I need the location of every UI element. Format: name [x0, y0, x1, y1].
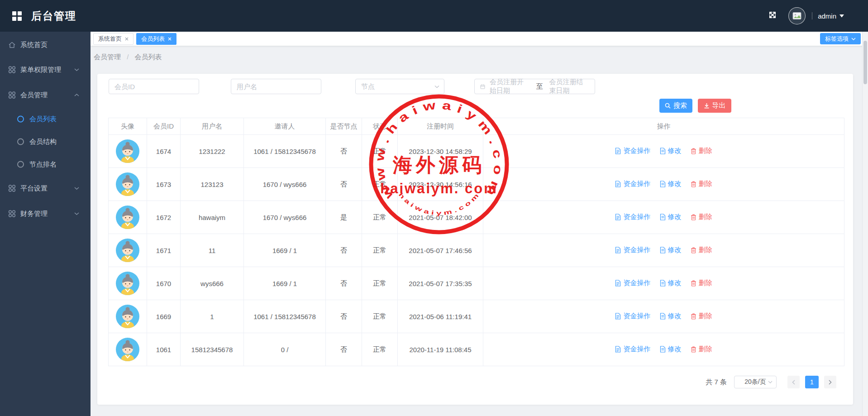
document-icon — [615, 346, 621, 353]
user-menu[interactable]: admin — [818, 12, 844, 20]
funds-action-link[interactable]: 资金操作 — [615, 345, 650, 354]
delete-link[interactable]: 删除 — [691, 312, 712, 320]
col-header-member-id: 会员ID — [147, 118, 181, 135]
tab-options-button[interactable]: 标签选项 — [820, 33, 861, 44]
grid-icon — [8, 185, 16, 192]
funds-action-link[interactable]: 资金操作 — [615, 147, 650, 155]
next-page-button[interactable] — [824, 376, 836, 388]
sidebar-subitem-node-ranking[interactable]: 节点排名 — [0, 154, 91, 174]
document-icon — [615, 247, 621, 253]
avatar-cell — [109, 201, 147, 234]
actions-cell: 资金操作 修改 删除 — [483, 300, 844, 333]
actions-cell: 资金操作 修改 删除 — [483, 333, 844, 366]
document-icon — [660, 247, 666, 253]
inviter-cell: 0 / — [244, 333, 326, 366]
edit-link[interactable]: 修改 — [660, 312, 682, 320]
username-cell: 1 — [181, 300, 244, 333]
calendar-icon — [480, 83, 485, 90]
tab-member-list[interactable]: 会员列表 — [136, 33, 176, 45]
member-table: 头像 会员ID 用户名 邀请人 是否节点 状态 注册时间 操作 — [108, 118, 844, 366]
scrollbar-track[interactable] — [862, 32, 868, 416]
delete-link[interactable]: 删除 — [691, 279, 712, 287]
delete-link[interactable]: 删除 — [691, 180, 712, 188]
date-range-picker[interactable]: 会员注册开始日期 至 会员注册结束日期 — [474, 79, 595, 94]
reg-time-cell: 2023-12-30 14:58:29 — [398, 135, 483, 168]
scrollbar-thumb[interactable] — [863, 41, 867, 84]
sidebar-subitem-member-structure[interactable]: 会员结构 — [0, 132, 91, 152]
user-avatar[interactable] — [788, 7, 806, 24]
tab-close-icon[interactable] — [168, 37, 172, 41]
delete-link[interactable]: 删除 — [691, 213, 712, 221]
trash-icon — [691, 313, 696, 320]
sidebar-item-member-management[interactable]: 会员管理 — [0, 85, 91, 105]
breadcrumb-separator: / — [127, 53, 129, 61]
broken-image-icon — [792, 12, 801, 20]
tab-bar: 系统首页 会员列表 标签选项 — [91, 32, 868, 46]
fullscreen-icon[interactable] — [768, 10, 777, 22]
avatar-cell — [109, 234, 147, 267]
table-row: 1669 1 1061 / 15812345678 否 正常 2021-05-0… — [109, 300, 844, 333]
chevron-down-icon — [74, 212, 79, 215]
avatar-cell — [109, 168, 147, 201]
reg-time-cell: 2023-12-30 14:56:16 — [398, 168, 483, 201]
page-number-1[interactable]: 1 — [805, 376, 819, 388]
radio-circle-icon — [17, 116, 24, 123]
member-id-cell: 1669 — [147, 300, 181, 333]
tab-close-icon[interactable] — [125, 37, 129, 41]
actions-cell: 资金操作 修改 删除 — [483, 234, 844, 267]
trash-icon — [691, 181, 696, 187]
sidebar-item-home[interactable]: 系统首页 — [0, 35, 91, 55]
document-icon — [615, 280, 621, 287]
edit-link[interactable]: 修改 — [660, 147, 682, 155]
col-header-avatar: 头像 — [109, 118, 147, 135]
app-grid-icon — [12, 11, 22, 21]
inviter-cell: 1669 / 1 — [244, 267, 326, 300]
status-cell: 正常 — [362, 300, 398, 333]
member-table-body: 1674 1231222 1061 / 15812345678 否 正常 202… — [109, 135, 844, 366]
trash-icon — [691, 148, 696, 154]
status-cell: 正常 — [362, 168, 398, 201]
delete-link[interactable]: 删除 — [691, 246, 712, 254]
status-cell: 正常 — [362, 234, 398, 267]
is-node-cell: 否 — [326, 300, 362, 333]
sidebar-item-menu-permissions[interactable]: 菜单权限管理 — [0, 60, 91, 80]
funds-action-link[interactable]: 资金操作 — [615, 213, 650, 221]
username-input[interactable] — [231, 79, 321, 94]
delete-link[interactable]: 删除 — [691, 147, 712, 155]
avatar — [115, 172, 140, 196]
export-button[interactable]: 导出 — [698, 99, 731, 113]
prev-page-button[interactable] — [787, 376, 800, 388]
chevron-down-icon — [851, 38, 856, 40]
edit-link[interactable]: 修改 — [660, 279, 682, 287]
node-select[interactable]: 节点 — [355, 79, 444, 94]
sidebar-item-finance-management[interactable]: 财务管理 — [0, 204, 91, 224]
edit-link[interactable]: 修改 — [660, 345, 682, 354]
edit-link[interactable]: 修改 — [660, 246, 682, 254]
funds-action-link[interactable]: 资金操作 — [615, 246, 650, 254]
table-row: 1674 1231222 1061 / 15812345678 否 正常 202… — [109, 135, 844, 168]
page-title: 后台管理 — [31, 9, 76, 23]
member-id-input[interactable] — [109, 79, 199, 94]
col-header-inviter: 邀请人 — [244, 118, 326, 135]
funds-action-link[interactable]: 资金操作 — [615, 279, 650, 287]
delete-link[interactable]: 删除 — [691, 345, 712, 354]
trash-icon — [691, 346, 696, 353]
breadcrumb: 会员管理 / 会员列表 — [94, 53, 162, 62]
reg-time-cell: 2021-05-07 17:46:56 — [398, 234, 483, 267]
page-size-select[interactable]: 20条/页 — [734, 376, 777, 388]
content-card: 节点 会员注册开始日期 至 会员注册结束日期 搜索 导出 头像 会员ID 用户名… — [97, 74, 853, 405]
search-button[interactable]: 搜索 — [659, 99, 692, 113]
edit-link[interactable]: 修改 — [660, 213, 682, 221]
document-icon — [660, 346, 666, 353]
funds-action-link[interactable]: 资金操作 — [615, 180, 650, 188]
edit-link[interactable]: 修改 — [660, 180, 682, 188]
table-row: 1670 wys666 1669 / 1 否 正常 2021-05-07 17:… — [109, 267, 844, 300]
sidebar-subitem-member-list[interactable]: 会员列表 — [0, 109, 91, 129]
table-row: 1672 hawaiym 1670 / wys666 是 正常 2021-05-… — [109, 201, 844, 234]
radio-circle-icon — [17, 139, 24, 145]
tab-home[interactable]: 系统首页 — [93, 33, 134, 45]
breadcrumb-member-management[interactable]: 会员管理 — [94, 53, 121, 61]
funds-action-link[interactable]: 资金操作 — [615, 312, 650, 320]
document-icon — [615, 148, 621, 154]
sidebar-item-platform-settings[interactable]: 平台设置 — [0, 178, 91, 198]
